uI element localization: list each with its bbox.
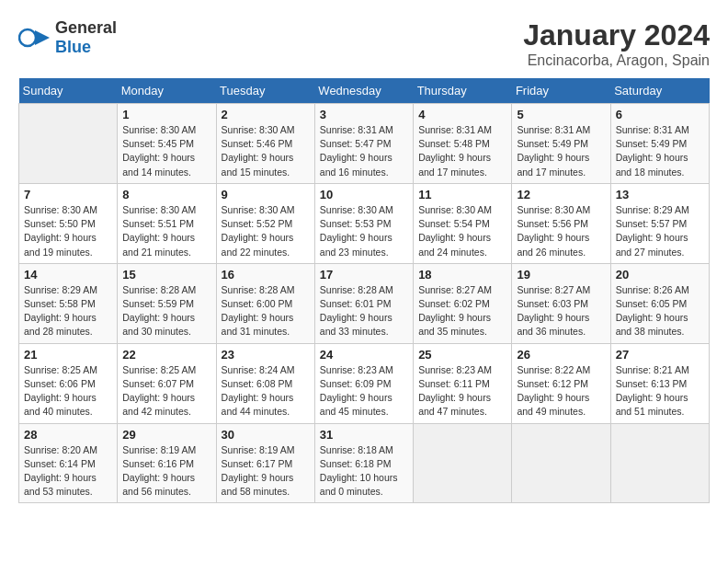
day-detail: Sunrise: 8:30 AM Sunset: 5:51 PM Dayligh… [122,203,210,259]
calendar-cell: 23Sunrise: 8:24 AM Sunset: 6:08 PM Dayli… [216,343,314,423]
day-detail: Sunrise: 8:27 AM Sunset: 6:03 PM Dayligh… [517,283,605,339]
title-block: January 2024 Encinacorba, Aragon, Spain [523,18,710,69]
calendar-cell: 13Sunrise: 8:29 AM Sunset: 5:57 PM Dayli… [610,183,709,263]
day-detail: Sunrise: 8:30 AM Sunset: 5:46 PM Dayligh… [222,123,310,179]
day-number: 14 [24,268,112,282]
calendar-cell: 22Sunrise: 8:25 AM Sunset: 6:07 PM Dayli… [118,343,216,423]
day-number: 27 [616,348,704,362]
day-number: 4 [418,108,506,121]
day-detail: Sunrise: 8:25 AM Sunset: 6:07 PM Dayligh… [122,363,210,419]
day-detail: Sunrise: 8:19 AM Sunset: 6:16 PM Dayligh… [122,443,210,500]
day-number: 26 [517,348,605,362]
calendar-cell: 5Sunrise: 8:31 AM Sunset: 5:49 PM Daylig… [512,104,610,184]
day-number: 13 [616,188,704,201]
weekday-header: Tuesday [216,78,314,104]
logo-icon [18,21,51,54]
weekday-header-row: SundayMondayTuesdayWednesdayThursdayFrid… [19,78,710,104]
day-detail: Sunrise: 8:18 AM Sunset: 6:18 PM Dayligh… [320,443,408,500]
calendar-cell: 29Sunrise: 8:19 AM Sunset: 6:16 PM Dayli… [118,423,216,503]
day-number: 3 [320,108,408,121]
svg-marker-1 [35,30,50,45]
day-detail: Sunrise: 8:27 AM Sunset: 6:02 PM Dayligh… [418,283,506,339]
day-number: 22 [122,348,210,362]
day-detail: Sunrise: 8:30 AM Sunset: 5:53 PM Dayligh… [320,203,408,259]
calendar-cell: 16Sunrise: 8:28 AM Sunset: 6:00 PM Dayli… [216,263,314,343]
day-number: 2 [222,108,310,121]
weekday-header: Monday [118,78,216,104]
day-detail: Sunrise: 8:19 AM Sunset: 6:17 PM Dayligh… [222,443,310,500]
day-number: 20 [616,268,704,282]
calendar-cell: 8Sunrise: 8:30 AM Sunset: 5:51 PM Daylig… [118,183,216,263]
calendar-cell: 25Sunrise: 8:23 AM Sunset: 6:11 PM Dayli… [414,343,512,423]
calendar-cell: 19Sunrise: 8:27 AM Sunset: 6:03 PM Dayli… [512,263,610,343]
day-detail: Sunrise: 8:29 AM Sunset: 5:58 PM Dayligh… [24,283,112,339]
logo: General Blue [18,18,117,57]
calendar-cell: 7Sunrise: 8:30 AM Sunset: 5:50 PM Daylig… [19,183,118,263]
calendar-cell: 4Sunrise: 8:31 AM Sunset: 5:48 PM Daylig… [414,104,512,184]
header: General Blue January 2024 Encinacorba, A… [18,18,710,69]
calendar-cell: 11Sunrise: 8:30 AM Sunset: 5:54 PM Dayli… [414,183,512,263]
calendar-week-row: 14Sunrise: 8:29 AM Sunset: 5:58 PM Dayli… [19,263,710,343]
day-detail: Sunrise: 8:30 AM Sunset: 5:50 PM Dayligh… [24,203,112,259]
calendar-week-row: 21Sunrise: 8:25 AM Sunset: 6:06 PM Dayli… [19,343,710,423]
day-number: 15 [122,268,210,282]
day-number: 21 [24,348,112,362]
day-number: 17 [320,268,408,282]
calendar-week-row: 28Sunrise: 8:20 AM Sunset: 6:14 PM Dayli… [19,423,710,503]
calendar-cell: 17Sunrise: 8:28 AM Sunset: 6:01 PM Dayli… [314,263,413,343]
day-detail: Sunrise: 8:31 AM Sunset: 5:47 PM Dayligh… [320,123,408,179]
weekday-header: Friday [512,78,610,104]
day-detail: Sunrise: 8:28 AM Sunset: 6:01 PM Dayligh… [320,283,408,339]
day-number: 11 [418,188,506,201]
calendar-cell: 28Sunrise: 8:20 AM Sunset: 6:14 PM Dayli… [19,423,118,503]
calendar-cell: 31Sunrise: 8:18 AM Sunset: 6:18 PM Dayli… [314,423,413,503]
day-detail: Sunrise: 8:30 AM Sunset: 5:52 PM Dayligh… [222,203,310,259]
calendar-cell: 24Sunrise: 8:23 AM Sunset: 6:09 PM Dayli… [314,343,413,423]
day-detail: Sunrise: 8:31 AM Sunset: 5:49 PM Dayligh… [517,123,605,179]
calendar-subtitle: Encinacorba, Aragon, Spain [523,52,710,69]
day-detail: Sunrise: 8:28 AM Sunset: 5:59 PM Dayligh… [122,283,210,339]
day-detail: Sunrise: 8:20 AM Sunset: 6:14 PM Dayligh… [24,443,112,500]
day-detail: Sunrise: 8:26 AM Sunset: 6:05 PM Dayligh… [616,283,704,339]
day-number: 23 [222,348,310,362]
calendar-cell [610,423,709,503]
day-number: 19 [517,268,605,282]
calendar-cell [512,423,610,503]
calendar-cell: 21Sunrise: 8:25 AM Sunset: 6:06 PM Dayli… [19,343,118,423]
day-detail: Sunrise: 8:22 AM Sunset: 6:12 PM Dayligh… [517,363,605,419]
weekday-header: Wednesday [314,78,413,104]
day-number: 7 [24,188,112,201]
day-number: 16 [222,268,310,282]
calendar-cell [414,423,512,503]
day-number: 6 [616,108,704,121]
calendar-title: January 2024 [523,18,710,52]
day-detail: Sunrise: 8:31 AM Sunset: 5:48 PM Dayligh… [418,123,506,179]
day-detail: Sunrise: 8:31 AM Sunset: 5:49 PM Dayligh… [616,123,704,179]
day-detail: Sunrise: 8:30 AM Sunset: 5:54 PM Dayligh… [418,203,506,259]
calendar-cell: 18Sunrise: 8:27 AM Sunset: 6:02 PM Dayli… [414,263,512,343]
day-number: 24 [320,348,408,362]
day-detail: Sunrise: 8:23 AM Sunset: 6:09 PM Dayligh… [320,363,408,419]
day-number: 28 [24,428,112,442]
day-number: 12 [517,188,605,201]
day-number: 9 [222,188,310,201]
day-number: 1 [122,108,210,121]
logo-text-general: General [55,18,117,37]
weekday-header: Thursday [414,78,512,104]
calendar-cell [19,104,118,184]
logo-text-blue: Blue [55,38,91,56]
calendar-cell: 20Sunrise: 8:26 AM Sunset: 6:05 PM Dayli… [610,263,709,343]
calendar-header: SundayMondayTuesdayWednesdayThursdayFrid… [19,78,710,104]
calendar-cell: 3Sunrise: 8:31 AM Sunset: 5:47 PM Daylig… [314,104,413,184]
day-detail: Sunrise: 8:21 AM Sunset: 6:13 PM Dayligh… [616,363,704,419]
calendar-cell: 27Sunrise: 8:21 AM Sunset: 6:13 PM Dayli… [610,343,709,423]
calendar-cell: 9Sunrise: 8:30 AM Sunset: 5:52 PM Daylig… [216,183,314,263]
day-detail: Sunrise: 8:24 AM Sunset: 6:08 PM Dayligh… [222,363,310,419]
day-detail: Sunrise: 8:30 AM Sunset: 5:45 PM Dayligh… [122,123,210,179]
calendar-cell: 12Sunrise: 8:30 AM Sunset: 5:56 PM Dayli… [512,183,610,263]
day-detail: Sunrise: 8:28 AM Sunset: 6:00 PM Dayligh… [222,283,310,339]
calendar-cell: 1Sunrise: 8:30 AM Sunset: 5:45 PM Daylig… [118,104,216,184]
calendar-body: 1Sunrise: 8:30 AM Sunset: 5:45 PM Daylig… [19,104,710,503]
day-detail: Sunrise: 8:23 AM Sunset: 6:11 PM Dayligh… [418,363,506,419]
calendar-cell: 26Sunrise: 8:22 AM Sunset: 6:12 PM Dayli… [512,343,610,423]
